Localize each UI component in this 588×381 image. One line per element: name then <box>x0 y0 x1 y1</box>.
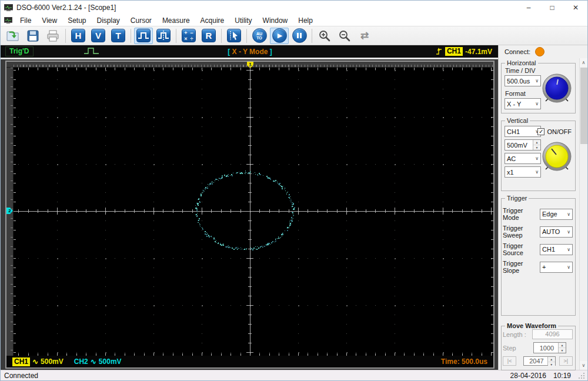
connection-status-text: Connected <box>1 372 38 380</box>
autoset-button[interactable]: AUTO <box>250 28 269 44</box>
format-select[interactable]: X - Y ∨ <box>505 98 541 109</box>
minimize-button[interactable]: – <box>517 1 540 15</box>
trigger-mode-value: Edge <box>542 210 557 218</box>
print-button[interactable] <box>44 28 62 44</box>
trigger-mode-label: Trigger Mode <box>503 207 540 221</box>
menu-view[interactable]: View <box>36 16 62 25</box>
letter-h-icon: H <box>71 29 85 42</box>
scrollbar-thumb[interactable] <box>580 68 587 144</box>
app-icon <box>4 4 13 12</box>
spin-up-icon[interactable]: ▲ <box>533 140 540 145</box>
menu-measure[interactable]: Measure <box>157 16 195 25</box>
bracket-open-glyph: [ <box>228 48 230 56</box>
run-button[interactable]: ▶ <box>270 28 289 44</box>
vertical-scale-spinner[interactable]: 500mV ▲▼ <box>505 139 541 151</box>
menu-acquire[interactable]: Acquire <box>195 16 230 25</box>
transfer-button[interactable]: ⇄ <box>355 28 374 44</box>
reference-button[interactable]: R <box>199 28 218 44</box>
cursor-measure-button[interactable] <box>225 28 243 44</box>
open-button[interactable] <box>4 28 22 44</box>
ch1-scale-readout: 500mV <box>41 357 64 366</box>
zoom-in-button[interactable] <box>315 28 334 44</box>
spin-up-icon[interactable]: ▲ <box>548 357 555 362</box>
printer-icon <box>46 30 59 42</box>
trigger-mode-select[interactable]: Edge∨ <box>540 209 573 220</box>
trigger-source-value: CH1 <box>542 246 555 253</box>
panel-scrollbar[interactable]: ∧ ∨ <box>579 58 587 370</box>
menu-help[interactable]: Help <box>293 16 318 25</box>
time-div-value: 500.0us <box>507 78 530 85</box>
math-button[interactable]: + − × ÷ <box>179 28 198 44</box>
trigger-slope-label: Trigger Slope <box>503 260 540 274</box>
scroll-up-icon[interactable]: ∧ <box>580 58 587 67</box>
trigger-settings-button[interactable]: T <box>109 28 128 44</box>
spin-down-icon[interactable]: ▼ <box>533 145 540 150</box>
chevron-down-icon: ∨ <box>567 212 570 217</box>
scope-canvas[interactable] <box>14 68 493 356</box>
waveform-mode-button[interactable] <box>134 28 153 44</box>
vertical-settings-button[interactable]: V <box>89 28 108 44</box>
length-field: 4096 <box>532 329 573 339</box>
menu-file[interactable]: File <box>15 16 36 25</box>
probe-select[interactable]: x1 ∨ <box>505 166 541 178</box>
resize-grip[interactable] <box>578 372 585 379</box>
chevron-down-icon: ∨ <box>567 247 570 252</box>
pause-button[interactable] <box>290 28 309 44</box>
play-glyph: ▶ <box>276 32 282 39</box>
spin-up-icon[interactable]: ▲ <box>559 343 566 348</box>
top-ruler: 1 <box>6 62 493 68</box>
save-button[interactable] <box>24 28 42 44</box>
letter-r-icon: R <box>202 29 216 42</box>
chevron-down-icon: ∨ <box>567 265 570 270</box>
vertical-group: Vertical CH1 ∨ ✓ ON/OFF 500mV ▲▼ AC <box>501 121 576 191</box>
connection-status-indicator <box>535 47 544 56</box>
save-floppy-icon <box>27 30 39 42</box>
move-waveform-title: Move Waveform <box>505 322 558 329</box>
ch2-label: CH2 <box>74 357 88 366</box>
spin-down-icon[interactable]: ▼ <box>548 362 555 367</box>
spin-down-icon[interactable]: ▼ <box>559 348 566 353</box>
step-spinner[interactable]: 1000 ▲▼ <box>533 342 566 353</box>
menu-window[interactable]: Window <box>258 16 293 25</box>
chevron-down-icon: ∨ <box>535 156 539 161</box>
position-spinner[interactable]: 2047 ▲▼ <box>523 356 555 366</box>
pulse-measure-icon <box>156 29 171 42</box>
mdi-area: 1 2 CH1 ∿ 500mV CH2 ∿ 500mV <box>1 59 498 370</box>
horizontal-group: Horizontal Time / DIV 500.0us ∨ Format X… <box>501 63 576 113</box>
zoom-out-button[interactable] <box>335 28 354 44</box>
step-label: Step <box>503 345 530 352</box>
trigger-source-select[interactable]: CH1∨ <box>540 244 573 255</box>
onoff-checkbox[interactable]: ✓ <box>537 128 544 135</box>
maximize-button[interactable]: □ <box>540 1 564 15</box>
menu-utility[interactable]: Utility <box>229 16 257 25</box>
step-value: 1000 <box>534 343 558 353</box>
trigger-source-label: Trigger Source <box>503 242 540 256</box>
ch2-coupling-glyph: ∿ <box>91 357 96 366</box>
transfer-arrows-icon: ⇄ <box>360 29 369 42</box>
minus-glyph: − <box>189 30 195 36</box>
open-folder-icon <box>6 30 20 42</box>
channel-select[interactable]: CH1 ∨ <box>505 126 541 137</box>
channel-readout-bar: CH1 ∿ 500mV CH2 ∿ 500mV Time: 500.0us <box>6 356 493 367</box>
coupling-select[interactable]: AC ∨ <box>505 153 541 164</box>
horizontal-timebase-knob[interactable] <box>540 73 573 105</box>
move-last-button[interactable]: >| <box>559 356 573 366</box>
trigger-state-readout: Trig'D <box>5 46 34 56</box>
ch2-position-marker[interactable]: 2 <box>6 208 13 214</box>
math-operators-icon: + − × ÷ <box>182 29 196 42</box>
horizontal-settings-button[interactable]: H <box>69 28 88 44</box>
vertical-scale-knob[interactable] <box>540 141 573 173</box>
time-div-select[interactable]: 500.0us ∨ <box>505 75 541 86</box>
scroll-down-icon[interactable]: ∨ <box>580 361 587 370</box>
close-button[interactable]: ✕ <box>564 1 587 15</box>
menu-cursor[interactable]: Cursor <box>125 16 157 25</box>
trigger-slope-select[interactable]: +∨ <box>540 262 573 273</box>
move-first-button[interactable]: |< <box>503 356 516 366</box>
waveform-area <box>14 68 493 356</box>
waveform-measure-button[interactable] <box>154 28 173 44</box>
timebase-readout: Time: 500.0us <box>441 357 487 366</box>
menu-display[interactable]: Display <box>92 16 125 25</box>
document-icon <box>4 17 12 24</box>
menu-setup[interactable]: Setup <box>62 16 91 25</box>
trigger-sweep-select[interactable]: AUTO∨ <box>540 226 573 238</box>
